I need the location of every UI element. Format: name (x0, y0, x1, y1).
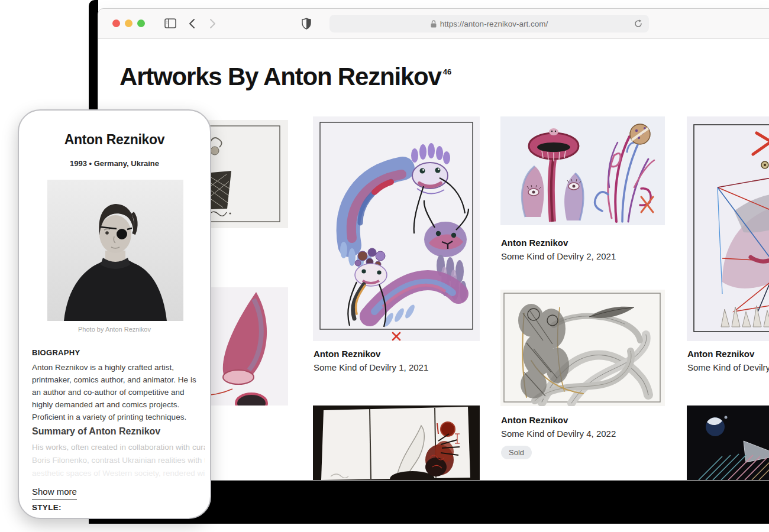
artwork-image-devilry-1 (313, 116, 480, 341)
show-more-link[interactable]: Show more (32, 486, 77, 499)
summary-line-3: aesthetic spaces of Western society, ren… (32, 469, 205, 478)
caption-devilry-4: Anton Reznikov Some Kind of Devilry 4, 2… (501, 415, 616, 439)
privacy-shield-icon[interactable] (302, 18, 311, 30)
page-title: Artworks By Anton Reznikov46 (119, 58, 451, 91)
artwork-image-dark-planet (687, 406, 769, 481)
caption-devilry-2: Anton Reznikov Some Kind of Devilry 2, 2… (501, 238, 616, 261)
artwork-count-superscript: 46 (443, 67, 451, 76)
caption-title: Some Kind of Devilry 4, 2022 (501, 429, 616, 439)
minimize-window-button[interactable] (125, 20, 133, 27)
artwork-image-dark-comic (313, 406, 480, 481)
address-bar[interactable]: https://anton-reznikov-art.com/ (329, 15, 649, 33)
artwork-image-devilry-2 (500, 116, 665, 225)
caption-title: Some Kind of Devilry 3, 2021 (687, 362, 769, 372)
artwork-tile-dark-comic[interactable] (313, 406, 480, 481)
page-title-text: Artworks By Anton Reznikov (119, 63, 441, 90)
artwork-image-devilry-4 (500, 290, 665, 406)
sold-badge: Sold (501, 446, 532, 459)
caption-artist: Anton Reznikov (501, 238, 616, 248)
caption-title: Some Kind of Devilry 1, 2021 (314, 362, 428, 372)
zoom-window-button[interactable] (137, 20, 145, 27)
artist-name: Anton Reznikov (19, 132, 210, 148)
lock-icon (431, 20, 437, 28)
caption-title: Some Kind of Devilry 2, 2021 (501, 251, 616, 261)
reload-icon[interactable] (634, 19, 643, 28)
caption-devilry-1: Anton Reznikov Some Kind of Devilry 1, 2… (314, 349, 428, 372)
caption-artist: Anton Reznikov (314, 349, 428, 359)
artist-photo (47, 180, 183, 321)
caption-devilry-3: Anton Reznikov Some Kind of Devilry 3, 2… (687, 349, 769, 372)
browser-toolbar: https://anton-reznikov-art.com/ (98, 9, 769, 39)
style-label: STYLE: (32, 503, 62, 512)
artwork-tile-devilry-3[interactable] (687, 116, 769, 341)
desktop: { "browser": { "url": "https://anton-rez… (0, 0, 769, 532)
artwork-image-devilry-3 (687, 116, 769, 341)
back-icon[interactable] (187, 18, 198, 30)
summary-line-1: His works, often created in collaboratio… (32, 443, 205, 452)
caption-artist: Anton Reznikov (687, 349, 769, 359)
summary-heading: Summary of Anton Reznikov (32, 426, 160, 437)
artist-portrait-image (47, 180, 183, 321)
artist-profile-card: Anton Reznikov 1993 • Germany, Ukraine P… (18, 109, 211, 519)
sidebar-toggle-icon[interactable] (164, 18, 176, 28)
summary-line-2: Boris Filonenko, contrast Ukrainian real… (32, 456, 205, 465)
biography-text: Anton Reznikov is a highly crafted artis… (32, 361, 202, 423)
artwork-tile-devilry-1[interactable] (313, 116, 480, 341)
artwork-tile-devilry-4[interactable] (500, 290, 665, 406)
photo-caption: Photo by Anton Reznikov (19, 326, 210, 333)
forward-icon[interactable] (207, 18, 218, 30)
address-url: https://anton-reznikov-art.com/ (440, 20, 548, 28)
artwork-tile-dark-planet[interactable] (687, 406, 769, 481)
caption-artist: Anton Reznikov (501, 415, 616, 425)
close-window-button[interactable] (112, 20, 120, 27)
artwork-tile-devilry-2[interactable] (500, 116, 665, 225)
artist-meta: 1993 • Germany, Ukraine (19, 159, 210, 168)
biography-heading: BIOGRAPHY (32, 348, 80, 357)
